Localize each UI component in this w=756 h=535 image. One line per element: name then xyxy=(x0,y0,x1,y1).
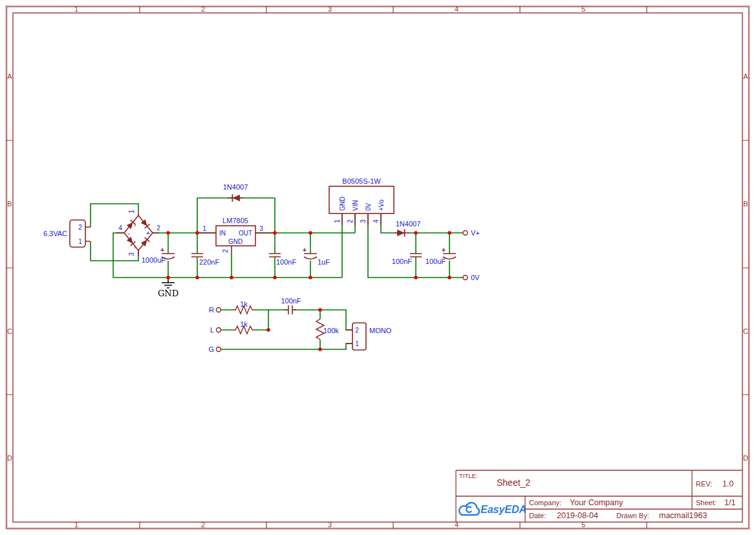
diode-name: 1N4007 xyxy=(223,183,248,191)
dcdc-name: B0505S-1W xyxy=(342,177,381,185)
dcdc-b0505s[interactable]: B0505S-1W GND VIN 0V +Vo 1 2 3 4 xyxy=(329,177,394,225)
diode-1n4007-bypass[interactable]: 1N4007 xyxy=(223,183,248,202)
pin-number: 4 xyxy=(118,224,122,232)
pin-number: 1 xyxy=(78,238,82,245)
col-label: 1 xyxy=(74,5,78,13)
terminal-r[interactable]: R xyxy=(209,306,221,314)
row-label: A xyxy=(7,72,12,80)
easyeda-logo: EasyEDA xyxy=(459,503,526,515)
terminal-0v[interactable]: 0V xyxy=(463,274,480,281)
capacitor-100nf-out[interactable]: 100nF xyxy=(392,254,422,265)
easyeda-cloud-icon xyxy=(459,503,479,515)
pin-number: 1 xyxy=(128,210,135,213)
rev-label: REV: xyxy=(696,480,712,488)
regulator-lm7805[interactable]: LM7805 IN OUT GND 1 3 2 xyxy=(197,217,275,254)
net-label-0v: 0V xyxy=(471,274,480,281)
capacitor-plates xyxy=(191,254,203,257)
capacitor-100nf-reg[interactable]: 100nF xyxy=(269,254,296,266)
bridge-minus-mark: - xyxy=(127,230,129,237)
capacitor-value: 100nF xyxy=(281,297,301,305)
terminal-pin-icon[interactable] xyxy=(217,347,221,352)
capacitor-plates xyxy=(304,254,317,259)
schematic-sheet: 1 2 3 4 5 1 2 3 4 5 A B C D A B C D xyxy=(0,0,756,535)
polarity-plus-icon: + xyxy=(303,246,307,254)
capacitor-plates xyxy=(410,254,422,257)
date-value: 2019-08-04 xyxy=(557,511,598,520)
col-label: 2 xyxy=(201,5,205,13)
terminal-pin-icon[interactable] xyxy=(217,308,221,312)
pin-name-0v: 0V xyxy=(365,202,372,211)
resistor-100k[interactable]: 100k xyxy=(316,319,339,340)
terminal-pin-icon[interactable] xyxy=(463,231,468,235)
bridge-rectifier[interactable]: 1 3 4 2 + - ~ ~ xyxy=(116,210,160,256)
capacitor-value: 100uF xyxy=(426,257,446,265)
terminal-pin-icon[interactable] xyxy=(463,276,468,280)
row-label: B xyxy=(7,200,12,208)
date-label: Date: xyxy=(529,512,546,519)
capacitor-value: 1000uF xyxy=(142,256,166,264)
row-label: A xyxy=(743,72,748,80)
connector-6v3ac[interactable]: 2 1 6.3VAC xyxy=(43,220,91,247)
resistor-1k-r[interactable]: 1k xyxy=(233,300,254,314)
resistor-1k-l[interactable]: 1k xyxy=(233,320,254,334)
pin-number: 2 xyxy=(355,327,359,334)
connector-pins xyxy=(346,330,352,344)
net-label-l: L xyxy=(210,326,214,334)
title-label: TITLE: xyxy=(459,472,478,479)
net-label-mono: MONO xyxy=(369,327,392,334)
capacitor-100uf[interactable]: + 100uF xyxy=(426,246,456,265)
capacitor-value: 100nF xyxy=(392,257,412,265)
net-label-r: R xyxy=(209,306,214,314)
capacitor-1uf[interactable]: + 1uF xyxy=(303,246,330,266)
capacitor-value: 220nF xyxy=(199,258,219,266)
frame-outer-border xyxy=(6,6,749,529)
pin-number: 4 xyxy=(373,219,380,223)
row-label: C xyxy=(743,327,748,335)
net-label-vplus: V+ xyxy=(471,229,480,237)
row-label: D xyxy=(7,454,12,462)
terminal-vplus[interactable]: V+ xyxy=(463,229,480,237)
col-label: 5 xyxy=(581,5,585,13)
capacitor-value: 100nF xyxy=(276,258,296,266)
diode-icon xyxy=(232,194,240,202)
resistor-value: 1k xyxy=(240,320,248,328)
pin-name-vin: VIN xyxy=(352,200,359,211)
col-label: 2 xyxy=(201,521,205,529)
frame-row-labels: A B C D A B C D xyxy=(7,72,748,462)
row-label: D xyxy=(743,454,748,462)
pin-number: 3 xyxy=(128,252,135,256)
pin-number: 1 xyxy=(334,219,341,223)
col-label: 5 xyxy=(581,521,585,529)
pin-number: 3 xyxy=(360,219,367,223)
pin-name-gnd: GND xyxy=(228,238,243,245)
terminal-g[interactable]: G xyxy=(208,345,221,353)
capacitor-value: 1uF xyxy=(318,258,330,266)
gnd-flag[interactable]: GND xyxy=(158,278,178,298)
pin-number: 2 xyxy=(78,224,82,231)
polarity-plus-icon: + xyxy=(442,246,446,254)
title-block: TITLE: Sheet_2 REV: 1.0 Company: Your Co… xyxy=(456,470,742,522)
terminal-pin-icon[interactable] xyxy=(217,328,221,333)
connector-body[interactable] xyxy=(352,323,366,350)
connector-body[interactable] xyxy=(70,220,85,247)
pin-name-gnd: GND xyxy=(339,197,346,211)
pin-name-vo: +Vo xyxy=(378,199,385,211)
polarity-plus-icon: + xyxy=(160,246,164,254)
sheet-frame: 1 2 3 4 5 1 2 3 4 5 A B C D A B C D xyxy=(6,5,749,529)
capacitor-1000uf[interactable]: + 1000uF xyxy=(142,246,175,264)
rev-value: 1.0 xyxy=(722,479,733,488)
bridge-ac-mark: ~ xyxy=(132,245,138,248)
terminal-l[interactable]: L xyxy=(210,326,221,334)
sheet-title: Sheet_2 xyxy=(497,477,530,488)
net-label-6v3ac: 6.3VAC xyxy=(43,230,67,237)
connector-mono[interactable]: 2 1 MONO xyxy=(346,323,392,350)
col-label: 4 xyxy=(455,521,459,529)
easyeda-swirl-icon xyxy=(466,507,471,512)
gnd-label: GND xyxy=(158,289,178,298)
frame-ticks xyxy=(6,6,749,529)
company-value: Your Company xyxy=(570,498,623,507)
capacitor-220nf[interactable]: 220nF xyxy=(191,254,219,266)
frame-column-labels: 1 2 3 4 5 1 2 3 4 5 xyxy=(74,5,585,529)
pin-number: 1 xyxy=(202,225,206,232)
capacitor-100nf-audio[interactable]: 100nF xyxy=(281,297,301,314)
